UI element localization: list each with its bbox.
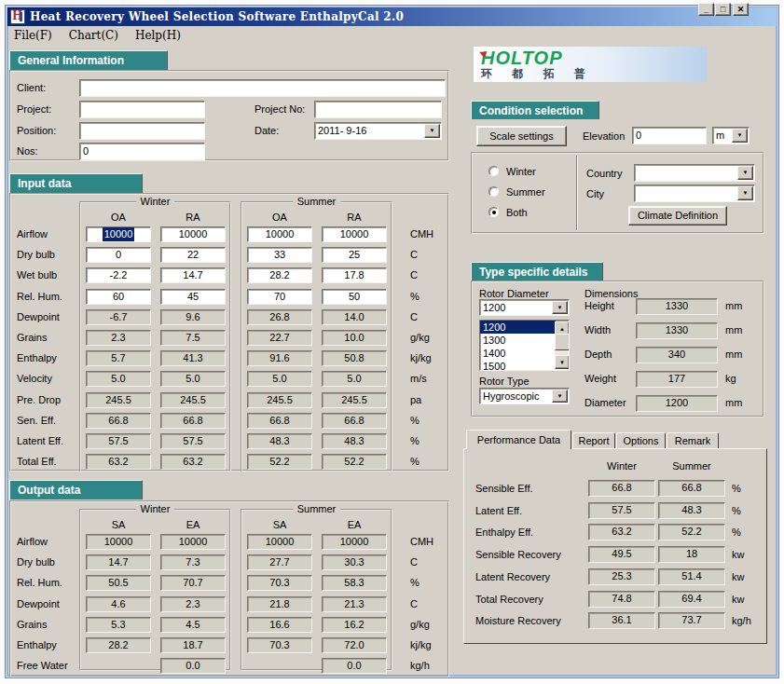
value-cell[interactable]: -2.2 bbox=[86, 267, 151, 283]
climate-definition-button[interactable]: Climate Definition bbox=[628, 206, 727, 226]
position-input[interactable] bbox=[79, 122, 205, 140]
column-header: RA bbox=[160, 212, 226, 223]
value-cell[interactable]: 10000 bbox=[160, 226, 226, 242]
row-label: Dewpoint bbox=[17, 311, 80, 322]
minimize-button[interactable]: _ bbox=[698, 3, 714, 16]
row-label: Sensible Recovery bbox=[475, 549, 585, 560]
radio-label-both: Both bbox=[506, 207, 528, 218]
radio-label-winter: Winter bbox=[506, 166, 536, 177]
rotor-type-dropdown[interactable]: Hygroscopic ▼ bbox=[479, 388, 570, 404]
row-label: Pre. Drop bbox=[17, 394, 80, 405]
value-cell: 30.3 bbox=[322, 554, 387, 570]
column-group-label: Summer bbox=[293, 503, 341, 514]
value-cell[interactable]: 22 bbox=[160, 247, 226, 263]
dimension-label: Width bbox=[585, 324, 611, 335]
value-cell: 70.3 bbox=[247, 575, 312, 591]
list-item-rotor-diameter[interactable]: 1500 bbox=[480, 360, 556, 371]
project-no-input[interactable] bbox=[314, 101, 442, 118]
date-dropdown[interactable]: 2011- 9-16 ▼ bbox=[314, 122, 442, 140]
tab-report[interactable]: Report bbox=[572, 432, 615, 449]
value-cell[interactable]: 25 bbox=[322, 247, 387, 263]
tab-options[interactable]: Options bbox=[616, 432, 666, 449]
value-cell[interactable]: 10000 bbox=[86, 226, 151, 242]
value-cell[interactable]: 70 bbox=[247, 289, 312, 305]
unit-label: kg bbox=[725, 373, 736, 384]
nos-input[interactable]: 0 bbox=[79, 143, 205, 160]
client-input[interactable] bbox=[79, 79, 446, 97]
scale-settings-button[interactable]: Scale settings bbox=[476, 126, 567, 146]
chevron-down-icon[interactable]: ▼ bbox=[552, 301, 568, 314]
unit-label: kw bbox=[732, 571, 744, 582]
chevron-down-icon[interactable]: ▼ bbox=[737, 186, 753, 200]
scroll-down-icon[interactable]: ▼ bbox=[555, 355, 570, 369]
list-item-rotor-diameter[interactable]: 1300 bbox=[480, 334, 556, 347]
logo-chinese-text: 环 都 拓 普 bbox=[481, 67, 707, 80]
chevron-down-icon[interactable]: ▼ bbox=[424, 124, 440, 138]
list-item-rotor-diameter[interactable]: 1200 bbox=[480, 321, 556, 334]
city-dropdown[interactable]: ▼ bbox=[634, 185, 755, 202]
menu-item-chart[interactable]: Chart(C) bbox=[69, 29, 118, 42]
performance-data-panel: Winter Summer Sensible Eff.66.866.8%Late… bbox=[463, 448, 767, 644]
value-cell: 66.8 bbox=[86, 413, 151, 429]
row-label: Enthalpy Eff. bbox=[475, 527, 585, 538]
dimension-value: 1330 bbox=[636, 322, 718, 339]
unit-label: C bbox=[410, 598, 418, 609]
scrollbar-thumb[interactable] bbox=[555, 334, 570, 350]
menu-item-file[interactable]: File(F) bbox=[14, 29, 52, 42]
row-label: Airflow bbox=[17, 536, 80, 547]
title-bar[interactable]: H Heat Recovery Wheel Selection Software… bbox=[7, 7, 777, 26]
value-cell[interactable]: 10000 bbox=[322, 226, 387, 242]
chevron-down-icon[interactable]: ▼ bbox=[737, 166, 753, 180]
value-cell[interactable]: 45 bbox=[160, 289, 226, 305]
value-cell: 52.2 bbox=[322, 454, 387, 470]
value-cell: 10000 bbox=[247, 534, 312, 550]
rotor-diameter-dropdown[interactable]: 1200 ▼ bbox=[479, 299, 570, 316]
project-label: Project: bbox=[17, 103, 51, 115]
elevation-unit-dropdown[interactable]: m ▼ bbox=[712, 127, 750, 144]
value-cell: 50.8 bbox=[322, 350, 387, 366]
radio-winter[interactable] bbox=[488, 166, 499, 176]
elevation-input[interactable]: 0 bbox=[632, 127, 707, 144]
unit-label: C bbox=[410, 556, 418, 568]
value-cell: 57.5 bbox=[588, 502, 655, 519]
row-label: Latent Recovery bbox=[475, 571, 585, 582]
tab-remark[interactable]: Remark bbox=[667, 432, 719, 449]
dimension-value: 177 bbox=[636, 371, 718, 388]
position-label: Position: bbox=[17, 125, 56, 136]
row-label: Sensible Eff. bbox=[475, 483, 585, 494]
chevron-down-icon[interactable]: ▼ bbox=[732, 129, 748, 143]
country-dropdown[interactable]: ▼ bbox=[634, 164, 755, 182]
project-input[interactable] bbox=[79, 101, 205, 118]
value-cell: 70.3 bbox=[247, 637, 312, 653]
value-cell[interactable]: 0 bbox=[86, 247, 151, 263]
chevron-down-icon[interactable]: ▼ bbox=[552, 390, 568, 403]
dimension-label: Weight bbox=[585, 373, 616, 384]
radio-both[interactable] bbox=[488, 207, 499, 217]
value-cell[interactable]: 10000 bbox=[247, 226, 312, 242]
tab-performance-data[interactable]: Performance Data bbox=[466, 430, 571, 449]
close-button[interactable]: ✕ bbox=[733, 3, 749, 16]
column-header: OA bbox=[86, 212, 151, 223]
value-cell[interactable]: 17.8 bbox=[322, 267, 387, 283]
value-cell: 66.8 bbox=[588, 480, 655, 497]
radio-summer[interactable] bbox=[488, 186, 499, 197]
value-cell: 48.3 bbox=[322, 433, 387, 449]
value-cell[interactable]: 33 bbox=[247, 247, 312, 263]
value-cell[interactable]: 50 bbox=[322, 289, 387, 305]
value-cell[interactable]: 60 bbox=[86, 289, 151, 305]
scrollbar[interactable]: ▲ ▼ bbox=[555, 321, 568, 369]
menu-item-help[interactable]: Help(H) bbox=[135, 29, 181, 42]
value-cell[interactable]: 14.7 bbox=[160, 267, 226, 283]
value-cell: 27.7 bbox=[247, 554, 312, 570]
list-item-rotor-diameter[interactable]: 1400 bbox=[480, 347, 556, 360]
value-cell: 28.2 bbox=[86, 637, 151, 653]
row-label: Airflow bbox=[17, 228, 80, 239]
value-cell: 10000 bbox=[160, 534, 226, 550]
value-cell: 4.5 bbox=[160, 617, 226, 633]
maximize-button[interactable]: □ bbox=[715, 3, 731, 16]
vertical-divider bbox=[576, 156, 578, 230]
value-cell: 10.0 bbox=[322, 330, 387, 346]
value-cell[interactable]: 28.2 bbox=[247, 267, 312, 283]
value-cell: 36.1 bbox=[588, 612, 655, 629]
rotor-diameter-listbox[interactable]: 1200130014001500 ▲ ▼ bbox=[479, 320, 570, 371]
